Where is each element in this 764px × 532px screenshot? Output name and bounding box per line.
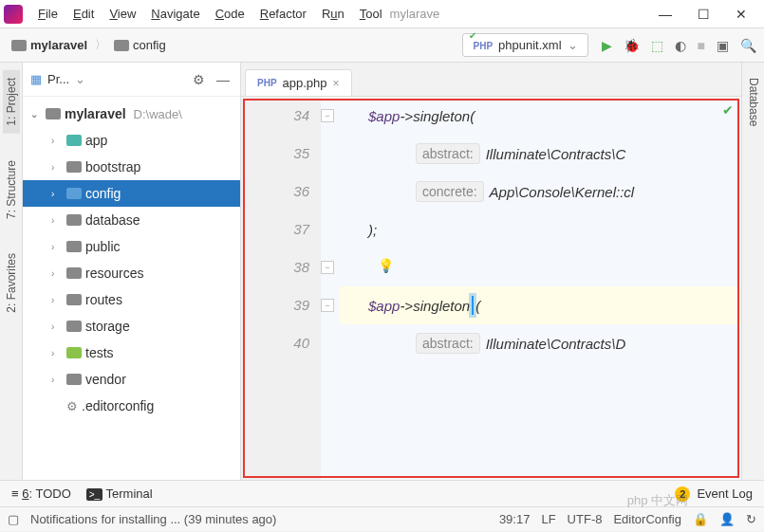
search-button[interactable]: ▣	[717, 38, 729, 53]
tree-item-app[interactable]: ›app	[23, 127, 240, 154]
todo-button[interactable]: ≡ 6: 6: TODOTODO	[11, 486, 71, 501]
run-config-selector[interactable]: PHP✔ phpunit.xml ⌄	[462, 33, 587, 57]
expand-icon[interactable]: ›	[51, 162, 63, 173]
project-view-icon: ▦	[30, 72, 42, 86]
tab-favorites[interactable]: 2: Favorites	[3, 246, 20, 321]
code-body[interactable]: 💡 $app->singleton( abstract:Illuminate\C…	[340, 97, 741, 480]
tree-item-editorconfig[interactable]: ⚙.editorconfig	[23, 393, 240, 419]
status-notification[interactable]: Notifications for installing ... (39 min…	[30, 512, 276, 526]
tree-root[interactable]: ⌄ mylaravel D:\wade\	[23, 101, 240, 127]
search-everywhere-button[interactable]: 🔍	[740, 38, 756, 53]
breadcrumb-root-label: mylaravel	[30, 38, 87, 52]
collapse-button[interactable]: —	[214, 70, 233, 89]
run-config-label: phpunit.xml	[498, 38, 561, 52]
editor-tab-app-php[interactable]: PHP app.php ×	[245, 69, 352, 96]
run-toolbar: ▶ 🐞 ⬚ ◐ ■ ▣ 🔍	[602, 38, 756, 53]
project-panel: ▦ Pr... ⌄ ⚙ — ⌄ mylaravel D:\wade\ ›app …	[23, 63, 241, 480]
tab-structure[interactable]: 7: Structure	[3, 153, 20, 227]
tree-item-config[interactable]: ›config	[23, 180, 240, 207]
right-tool-tabs: Database	[741, 63, 764, 480]
tree-item-tests[interactable]: ›tests	[23, 339, 240, 366]
close-button[interactable]: ✕	[722, 1, 760, 28]
lock-icon[interactable]: 🔒	[693, 512, 708, 526]
coverage-button[interactable]: ⬚	[651, 38, 663, 53]
expand-icon[interactable]: ›	[51, 189, 63, 199]
project-panel-header: ▦ Pr... ⌄ ⚙ —	[23, 63, 240, 97]
project-tree[interactable]: ⌄ mylaravel D:\wade\ ›app ›bootstrap ›co…	[23, 97, 240, 480]
debug-button[interactable]: 🐞	[624, 38, 640, 53]
menu-file[interactable]: FFileile	[30, 7, 65, 21]
sync-icon[interactable]: ↻	[746, 512, 756, 526]
editor-area: PHP app.php × ✔ 34 35 36 37 38 39 40 − −…	[241, 63, 741, 480]
stop-button[interactable]: ■	[698, 38, 705, 53]
fold-marker-icon[interactable]: −	[321, 299, 334, 312]
maximize-button[interactable]: ☐	[684, 1, 722, 28]
menu-tool[interactable]: Tool	[352, 7, 390, 21]
code-line[interactable]: abstract:Illuminate\Contracts\C	[340, 135, 741, 173]
tree-item-bootstrap[interactable]: ›bootstrap	[23, 154, 240, 180]
line-separator[interactable]: LF	[541, 512, 555, 526]
settings-button[interactable]: ⚙	[189, 70, 208, 89]
line-number: 36	[241, 173, 309, 211]
cursor-position[interactable]: 39:17	[499, 512, 531, 526]
expand-icon[interactable]: ⌄	[30, 109, 42, 119]
event-log-button[interactable]: 2 Event Log	[675, 486, 753, 502]
tab-project[interactable]: 1: Project	[3, 70, 20, 134]
line-number: 35	[241, 135, 309, 173]
menu-code[interactable]: Code	[208, 7, 252, 21]
expand-icon[interactable]: ›	[51, 321, 63, 332]
tree-item-public[interactable]: ›public	[23, 233, 240, 260]
php-file-icon: PHP	[257, 78, 277, 88]
code-line[interactable]: abstract:Illuminate\Contracts\D	[340, 324, 741, 362]
tree-item-storage[interactable]: ›storage	[23, 313, 240, 339]
code-line[interactable]: );	[340, 211, 741, 248]
editorconfig-indicator[interactable]: EditorConfig	[613, 512, 681, 526]
close-tab-button[interactable]: ×	[333, 77, 340, 90]
tool-window-toggle-icon[interactable]: ▢	[8, 512, 19, 526]
breadcrumb-root[interactable]: mylaravel	[8, 36, 91, 54]
code-line[interactable]: concrete:App\Console\Kernel::cl	[340, 173, 741, 211]
folder-icon	[11, 40, 27, 51]
menu-view[interactable]: View	[102, 7, 143, 21]
tree-item-vendor[interactable]: ›vendor	[23, 366, 240, 393]
inspector-icon[interactable]: 👤	[719, 512, 735, 526]
project-panel-title[interactable]: Pr...	[47, 72, 69, 86]
expand-icon[interactable]: ›	[51, 136, 63, 146]
menu-navigate[interactable]: Navigate	[143, 7, 207, 21]
cursor	[472, 296, 474, 315]
chevron-down-icon[interactable]: ⌄	[75, 72, 85, 86]
code-line-current[interactable]: $app->singleton(	[340, 286, 741, 324]
tree-item-resources[interactable]: ›resources	[23, 260, 240, 286]
fold-marker-icon[interactable]: −	[321, 261, 334, 274]
expand-icon[interactable]: ›	[51, 242, 63, 252]
folder-icon	[66, 188, 82, 199]
editor-content[interactable]: ✔ 34 35 36 37 38 39 40 − − − 💡 $app->sin…	[241, 97, 741, 480]
expand-icon[interactable]: ›	[51, 375, 63, 385]
profile-button[interactable]: ◐	[675, 38, 686, 53]
gutter: 34 35 36 37 38 39 40	[241, 97, 321, 480]
expand-icon[interactable]: ›	[51, 215, 63, 226]
file-encoding[interactable]: UTF-8	[568, 512, 603, 526]
minimize-button[interactable]: —	[646, 1, 684, 28]
line-number: 38	[241, 248, 309, 286]
tree-item-routes[interactable]: ›routes	[23, 286, 240, 313]
breadcrumb-folder[interactable]: config	[110, 36, 170, 54]
run-button[interactable]: ▶	[602, 38, 612, 53]
menu-edit[interactable]: Edit	[65, 7, 102, 21]
php-badge-icon: PHP	[473, 41, 493, 51]
expand-icon[interactable]: ›	[51, 295, 63, 305]
menu-run[interactable]: Run	[314, 7, 352, 21]
code-line[interactable]: $app->singleton(	[340, 97, 741, 135]
gear-icon: ⚙	[66, 399, 78, 413]
terminal-button[interactable]: >_ Terminal	[86, 486, 153, 501]
titlebar-project-name: mylarave	[390, 7, 440, 21]
intention-bulb-icon[interactable]: 💡	[378, 258, 394, 273]
expand-icon[interactable]: ›	[51, 348, 63, 358]
tree-item-database[interactable]: ›database	[23, 207, 240, 233]
tab-database[interactable]: Database	[745, 70, 762, 134]
folder-icon	[66, 161, 82, 173]
menu-refactor[interactable]: Refactor	[252, 7, 314, 21]
expand-icon[interactable]: ›	[51, 268, 63, 279]
fold-marker-icon[interactable]: −	[321, 109, 334, 122]
code-line[interactable]	[340, 248, 741, 286]
